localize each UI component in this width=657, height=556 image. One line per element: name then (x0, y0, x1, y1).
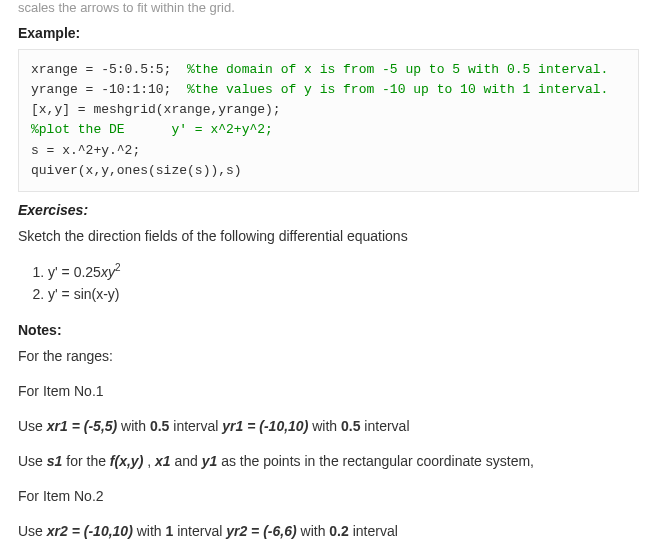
exercises-heading: Exercises: (18, 202, 639, 218)
notes-heading: Notes: (18, 322, 639, 338)
txt: with (308, 418, 341, 434)
code-line-5: s = x.^2+y.^2; (31, 143, 140, 158)
notes-item-1: For Item No.1 (18, 381, 639, 402)
code-line-2a: yrange = -10:1:10; (31, 82, 187, 97)
notes-range-1: Use xr1 = (-5,5) with 0.5 interval yr1 =… (18, 416, 639, 437)
yr2: yr2 = (-6,6) (226, 523, 296, 539)
exercises-intro: Sketch the direction fields of the follo… (18, 226, 639, 247)
exercise-list: y' = 0.25xy2 y' = sin(x-y) (48, 261, 639, 306)
txt: Use (18, 523, 47, 539)
yr1: yr1 = (-10,10) (222, 418, 308, 434)
txt: as the points in the rectangular coordin… (217, 453, 534, 469)
int1: 0.5 (150, 418, 169, 434)
fxy1: f(x,y) (110, 453, 143, 469)
x1: x1 (155, 453, 171, 469)
code-line-2-comment: %the values of y is from -10 up to 10 wi… (187, 82, 608, 97)
code-block: xrange = -5:0.5:5; %the domain of x is f… (18, 49, 639, 192)
txt: and (171, 453, 202, 469)
code-line-6: quiver(x,y,ones(size(s)),s) (31, 163, 242, 178)
txt: with (133, 523, 166, 539)
txt: interval (360, 418, 409, 434)
txt: Use (18, 453, 47, 469)
txt: , (143, 453, 155, 469)
notes-range-2: Use xr2 = (-10,10) with 1 interval yr2 =… (18, 521, 639, 542)
code-line-4-comment: %plot the DE y' = x^2+y^2; (31, 122, 273, 137)
s1: s1 (47, 453, 63, 469)
code-line-1a: xrange = -5:0.5:5; (31, 62, 187, 77)
txt: with (117, 418, 150, 434)
notes-use-1: Use s1 for the f(x,y) , x1 and y1 as the… (18, 451, 639, 472)
notes-item-2: For Item No.2 (18, 486, 639, 507)
int2: 0.5 (341, 418, 360, 434)
cutoff-text: scales the arrows to fit within the grid… (18, 0, 639, 15)
code-line-3: [x,y] = meshgrid(xrange,yrange); (31, 102, 281, 117)
xr2: xr2 = (-10,10) (47, 523, 133, 539)
example-heading: Example: (18, 25, 639, 41)
exercise-item-2: y' = sin(x-y) (48, 283, 639, 305)
exercise-1-text-a: y' = 0.25 (48, 264, 101, 280)
code-line-1-comment: %the domain of x is from -5 up to 5 with… (187, 62, 608, 77)
xr1: xr1 = (-5,5) (47, 418, 117, 434)
int2: 0.2 (329, 523, 348, 539)
txt: interval (169, 418, 222, 434)
exercise-1-sup: 2 (115, 262, 121, 273)
txt: interval (173, 523, 226, 539)
exercise-1-text-b: xy (101, 264, 115, 280)
exercise-item-1: y' = 0.25xy2 (48, 261, 639, 283)
y1: y1 (202, 453, 218, 469)
txt: with (297, 523, 330, 539)
notes-ranges: For the ranges: (18, 346, 639, 367)
txt: for the (62, 453, 109, 469)
txt: interval (349, 523, 398, 539)
txt: Use (18, 418, 47, 434)
